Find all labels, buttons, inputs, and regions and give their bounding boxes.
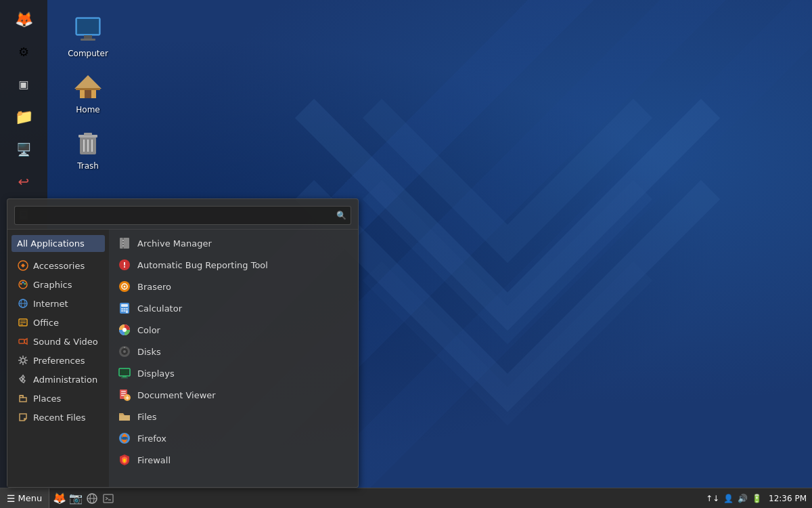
app-item-archive-manager[interactable]: Archive Manager (109, 232, 358, 254)
panel-settings[interactable]: ⚙️ (9, 37, 39, 66)
app-item-firefox[interactable]: Firefox (109, 427, 358, 449)
graphics-icon (17, 278, 29, 291)
tray-volume-icon[interactable]: 🔊 (738, 494, 748, 503)
svg-rect-55 (122, 376, 127, 377)
sidebar-item-preferences[interactable]: Preferences (10, 351, 106, 370)
taskbar-camera-icon[interactable]: 📷 (68, 491, 83, 506)
archive-manager-label: Archive Manager (137, 238, 212, 249)
sidebar-item-accessories[interactable]: Accessories (10, 256, 106, 275)
svg-point-16 (20, 283, 22, 285)
svg-point-52 (124, 347, 125, 348)
svg-rect-54 (120, 370, 129, 375)
files-icon (117, 409, 132, 424)
menu-content: Archive Manager ! Automatic Bug Reportin… (109, 230, 358, 487)
svg-rect-45 (124, 310, 126, 312)
svg-point-48 (122, 328, 127, 332)
displays-icon (117, 366, 132, 381)
svg-text:+: + (125, 395, 130, 401)
app-item-disks[interactable]: Disks (109, 341, 358, 362)
internet-icon (17, 297, 29, 310)
taskbar-quick-launch: 🦊 📷 (49, 491, 118, 506)
menu-sidebar: All Applications Accessories (7, 230, 109, 487)
menu-icon: ☰ (7, 493, 16, 504)
taskbar-browser-icon[interactable] (85, 491, 99, 506)
sidebar-item-places[interactable]: Places (10, 389, 106, 408)
svg-rect-7 (76, 88, 100, 90)
recent-files-label: Recent Files (33, 412, 86, 423)
panel-display[interactable]: 🖥️ (9, 134, 39, 164)
places-icon (17, 392, 29, 404)
desktop-icon-trash[interactable]: Trash (61, 126, 115, 171)
abrt-label: Automatic Bug Reporting Tool (137, 260, 268, 270)
brasero-icon (117, 279, 132, 294)
disks-icon (117, 344, 132, 359)
desktop-icon-home[interactable]: Home (61, 70, 115, 114)
tray-icons: ↑↓ 👤 🔊 🔋 (706, 494, 762, 503)
svg-rect-32 (122, 242, 124, 244)
panel-logout[interactable]: ↩ (9, 167, 39, 196)
svg-point-51 (123, 350, 126, 353)
app-item-abrt[interactable]: ! Automatic Bug Reporting Tool (109, 254, 358, 276)
trash-icon (72, 126, 104, 158)
disks-label: Disks (137, 347, 161, 357)
recent-files-icon (17, 411, 29, 423)
svg-point-18 (24, 283, 26, 285)
firefox-icon (117, 431, 132, 446)
accessories-label: Accessories (33, 261, 85, 271)
tray-user-icon[interactable]: 👤 (723, 494, 734, 503)
sidebar-item-internet[interactable]: Internet (10, 294, 106, 313)
svg-rect-41 (121, 308, 123, 310)
svg-rect-43 (126, 308, 128, 310)
sound-video-icon (17, 335, 29, 347)
svg-rect-56 (121, 377, 128, 379)
app-item-calculator[interactable]: Calculator (109, 297, 358, 319)
preferences-icon (17, 354, 29, 366)
menu-button[interactable]: ☰ Menu (0, 488, 49, 508)
panel-files[interactable]: 📁 (9, 102, 39, 131)
clock: 12:36 PM (769, 494, 807, 503)
taskbar-firefox-icon[interactable]: 🦊 (52, 491, 67, 506)
places-label: Places (33, 394, 61, 404)
panel-terminal[interactable]: ▣ (9, 69, 39, 99)
sidebar-item-recent-files[interactable]: Recent Files (10, 408, 106, 427)
brasero-label: Brasero (137, 282, 171, 292)
svg-rect-31 (122, 240, 124, 241)
sidebar-item-administration[interactable]: Administration (10, 370, 106, 389)
administration-icon (17, 373, 29, 385)
svg-rect-59 (121, 393, 126, 394)
computer-label: Computer (68, 49, 108, 58)
svg-rect-60 (121, 395, 125, 396)
files-label: Files (137, 412, 157, 422)
taskbar-terminal-icon[interactable] (101, 491, 116, 506)
app-item-firewall[interactable]: Firewall (109, 449, 358, 471)
calculator-icon (117, 301, 132, 316)
tray-network-icon[interactable]: ↑↓ (706, 494, 719, 503)
svg-rect-10 (84, 133, 92, 135)
sidebar-item-all-apps[interactable]: All Applications (12, 235, 105, 252)
desktop-icon-computer[interactable]: Computer (61, 14, 115, 58)
app-item-document-viewer[interactable]: + Document Viewer (109, 384, 358, 406)
archive-manager-icon (117, 236, 132, 251)
svg-rect-63 (119, 415, 130, 421)
menu-label: Menu (18, 493, 43, 503)
svg-point-38 (124, 286, 126, 288)
firefox-label: Firefox (137, 433, 166, 444)
svg-rect-40 (121, 304, 128, 307)
panel-firefox[interactable]: 🦊 (9, 4, 39, 34)
sidebar-item-office[interactable]: Office (10, 313, 106, 332)
app-item-brasero[interactable]: Brasero (109, 276, 358, 297)
app-item-color[interactable]: Color (109, 319, 358, 341)
svg-rect-44 (121, 310, 123, 312)
trash-label: Trash (77, 161, 99, 171)
sound-video-label: Sound & Video (33, 337, 98, 347)
svg-rect-6 (85, 90, 91, 98)
sidebar-item-graphics[interactable]: Graphics (10, 275, 106, 294)
svg-rect-26 (19, 339, 24, 343)
color-label: Color (137, 325, 160, 335)
search-box[interactable]: 🔍 (14, 206, 351, 225)
app-item-displays[interactable]: Displays (109, 362, 358, 384)
app-item-files[interactable]: Files (109, 406, 358, 427)
search-input[interactable] (19, 209, 334, 222)
office-label: Office (33, 318, 59, 328)
sidebar-item-sound-video[interactable]: Sound & Video (10, 332, 106, 351)
